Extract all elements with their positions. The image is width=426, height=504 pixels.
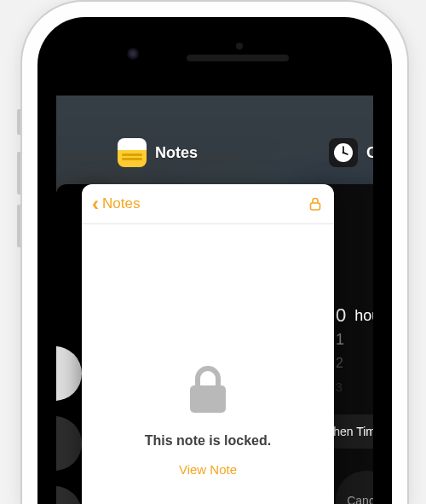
picker-selected-value: 0	[336, 304, 346, 327]
picker-option: 2	[336, 356, 343, 371]
notes-app-name: Notes	[155, 144, 198, 162]
sensor-dot	[236, 43, 243, 49]
app-label-notes: Notes	[118, 138, 198, 167]
lock-large-icon	[185, 363, 231, 420]
clock-app-name: Clock	[366, 144, 373, 162]
background-button	[56, 486, 82, 504]
device-screen: Notes Clock	[56, 96, 373, 504]
cancel-button[interactable]: Cancel	[336, 471, 373, 504]
svg-point-3	[343, 152, 345, 154]
background-button	[56, 416, 82, 471]
front-camera	[127, 48, 139, 60]
background-button	[56, 346, 82, 401]
back-label: Notes	[102, 195, 140, 212]
view-note-button[interactable]: View Note	[179, 462, 237, 477]
picker-unit-label: hours	[354, 307, 373, 325]
earpiece-speaker	[187, 55, 289, 61]
locked-note-panel: This note is locked. View Note	[82, 363, 334, 477]
app-switcher[interactable]: Notes Clock	[56, 96, 373, 504]
app-card-notes[interactable]: ‹ Notes This note is locked. View Note	[82, 184, 334, 504]
svg-rect-5	[190, 385, 226, 413]
picker-option: 3	[336, 380, 343, 394]
cancel-label: Cancel	[347, 494, 373, 504]
back-button[interactable]: ‹ Notes	[92, 195, 140, 212]
picker-option: 1	[336, 331, 344, 349]
notes-nav-bar: ‹ Notes	[82, 184, 334, 224]
svg-rect-4	[311, 203, 320, 210]
device-bezel: Notes Clock	[37, 17, 392, 504]
timer-hours-picker[interactable]: 0 hours 1 2 3	[336, 304, 373, 399]
notes-app-icon	[118, 138, 147, 167]
clock-app-icon	[329, 138, 358, 167]
lock-icon[interactable]	[307, 195, 324, 212]
iphone-frame: Notes Clock	[20, 0, 409, 504]
locked-message: This note is locked.	[145, 433, 271, 449]
app-label-clock: Clock	[329, 138, 373, 167]
